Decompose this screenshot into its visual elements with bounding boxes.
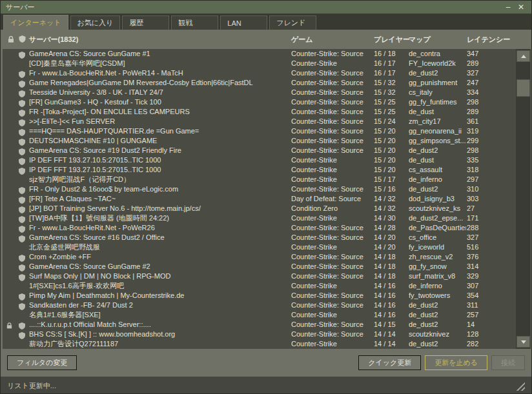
server-row[interactable]: sjz智力网吧混战F（记得开CD） Counter-Strike 15 / 17… — [3, 175, 531, 184]
server-name: 1#[SXE]cs1.6高手服-欢欢网吧 — [29, 281, 290, 291]
server-name: Crom +Zombie +FF — [29, 252, 290, 262]
vac-shield-icon — [19, 136, 28, 146]
server-row[interactable]: FR -[Toka-Project]- ON ENCULE LES CAMPEU… — [3, 107, 531, 117]
server-row[interactable]: [TW]BA中隊【1】號伺服器 (地圖時間 24:22) Counter-Str… — [3, 213, 531, 223]
server-row[interactable]: DEUTSCHMASCHINE #10 | GUNGAME Counter-St… — [3, 136, 531, 146]
server-map: de_dust2 — [409, 68, 466, 78]
column-header-server[interactable]: サーバー(1832) — [29, 35, 78, 44]
server-name: sjz智力网吧混战F（记得开CD） — [29, 175, 290, 184]
vac-shield-icon — [19, 184, 28, 194]
server-players: 14 / 18 — [374, 271, 407, 281]
server-row[interactable]: Fr - www.La-BoucHeRit.Net - PoWeR26 Coun… — [3, 223, 531, 233]
server-game: Counter-Strike — [291, 59, 373, 68]
vac-shield-icon — [19, 223, 28, 233]
server-row[interactable]: Pimp My Aim | Deathmatch | My-Counterstr… — [3, 291, 531, 300]
vac-shield-icon — [19, 155, 28, 165]
server-row[interactable]: GameArena CS: Source GunGame #1 Counter-… — [3, 49, 531, 59]
close-icon[interactable]: ✕ — [516, 3, 526, 12]
server-name: Sandkasten der -FB- 24/7 Dust 2 — [29, 300, 290, 310]
scrollbar-thumb[interactable] — [517, 79, 530, 97]
server-row[interactable]: Fr - www.La-BoucHeRit.Net - PoWeR14 - Ma… — [3, 68, 531, 78]
scrollbar[interactable] — [516, 49, 531, 349]
server-row[interactable]: GameArena CS: Source GunGame #2 Counter-… — [3, 262, 531, 271]
server-list: GameArena CS: Source GunGame #1 Counter-… — [3, 49, 531, 349]
server-row[interactable]: IP DEF FFT 193.27.10.5:27015..TIC 1000 C… — [3, 165, 531, 175]
server-row[interactable]: 1#[SXE]cs1.6高手服-欢欢网吧 Counter-Strike 14 /… — [3, 281, 531, 291]
column-header-players[interactable]: プレイヤー — [374, 35, 410, 44]
server-row[interactable]: 北京金盛世网吧野战服 Counter-Strike 14 / 20 fy_ice… — [3, 242, 531, 252]
server-map: gg_punishment — [409, 78, 466, 88]
server-map: gg_simpsons_st... — [409, 136, 466, 146]
server-row[interactable]: FR - Only Dust2 & 16ooo$ by team-eLogic.… — [3, 184, 531, 194]
server-row[interactable]: GameArena CS: Source #16 Dust2 / Office … — [3, 233, 531, 242]
server-latency: 27 — [467, 204, 503, 213]
server-row[interactable]: ....::K.u.r.u.p.t Official Match Server:… — [3, 320, 531, 330]
server-row[interactable]: Surf Maps Only | DM | NO Block | RPG-MOD… — [3, 271, 531, 281]
vac-shield-icon — [19, 97, 28, 107]
change-filters-button[interactable]: フィルタの変更 — [7, 355, 77, 370]
server-players: 14 / 16 — [374, 300, 407, 310]
server-game: Counter-Strike: Source — [291, 117, 373, 126]
vac-shield-icon — [19, 233, 28, 242]
server-latency: 334 — [467, 88, 503, 97]
server-players: 14 / 20 — [374, 233, 407, 242]
server-latency: 303 — [467, 194, 503, 204]
column-header-row: サーバー(1832) ゲーム プレイヤー マップ レイテンシー — [1, 30, 531, 49]
vac-shield-icon — [19, 107, 28, 117]
server-map: de_PasDeQuartier — [409, 223, 466, 233]
server-game: Counter-Strike: Source — [291, 126, 373, 136]
server-latency: 361 — [467, 117, 503, 126]
minimize-icon[interactable]: – — [503, 3, 513, 12]
column-header-game[interactable]: ゲーム — [291, 35, 313, 44]
server-map: de_dust — [409, 107, 466, 117]
server-row[interactable]: [FR] Tete A Claques ~TAC~ Day of Defeat:… — [3, 194, 531, 204]
lock-column-icon[interactable] — [7, 35, 15, 44]
tab-lan[interactable]: LAN — [220, 15, 267, 30]
server-row[interactable]: [JP] BOT Training Server No.6 - http://t… — [3, 204, 531, 213]
lock-icon — [6, 320, 16, 330]
server-players: 15 / 20 — [374, 165, 407, 175]
window-title: サーバー — [6, 3, 35, 12]
server-row[interactable]: [CD]秦皇岛嘉年华网吧[CSDM] Counter-Strike 16 / 1… — [3, 59, 531, 68]
server-row[interactable]: Game Renegades|GunGame DM Reversed-Cosby… — [3, 78, 531, 88]
shield-column-icon[interactable] — [19, 35, 26, 44]
vac-shield-icon — [19, 320, 28, 330]
server-name: Surf Maps Only | DM | NO Block | RPG-MOD — [29, 271, 290, 281]
resize-grip-icon[interactable] — [515, 380, 525, 391]
column-header-map[interactable]: マップ — [409, 35, 431, 44]
server-name: FR - Only Dust2 & 16ooo$ by team-eLogic.… — [29, 184, 290, 194]
tab-friends[interactable]: フレンド — [269, 15, 316, 30]
scroll-up-button[interactable] — [517, 50, 530, 62]
server-game: Counter-Strike: Source — [291, 291, 373, 300]
server-row[interactable]: BHS CS:S [ Sk.[K] ] :: www.boomheadshot.… — [3, 330, 531, 339]
server-row[interactable]: Crom +Zombie +FF Counter-Strike: Source … — [3, 252, 531, 262]
server-map: gg_fy_snow — [409, 262, 466, 271]
tab-history[interactable]: 履歴 — [122, 15, 169, 30]
column-header-latency[interactable]: レイテンシー — [467, 35, 510, 44]
tab-favorites[interactable]: お気に入り — [70, 15, 121, 30]
server-players: 15 / 32 — [374, 88, 407, 97]
server-row[interactable]: 薪动力广告设计Q272111187 Counter-Strike 14 / 14… — [3, 339, 531, 349]
server-row[interactable]: Teesside University - 3/8 - UK - ITALY 2… — [3, 88, 531, 97]
server-map: fy_twotowers — [409, 291, 466, 300]
server-latency: 329 — [467, 271, 503, 281]
tab-internet[interactable]: インターネット — [3, 15, 68, 30]
server-players: 16 / 17 — [374, 59, 407, 68]
server-row[interactable]: Sandkasten der -FB- 24/7 Dust 2 Counter-… — [3, 300, 531, 310]
scroll-down-button[interactable] — [517, 336, 530, 348]
vac-shield-icon — [19, 330, 28, 339]
server-row[interactable]: IP DEF FFT 193.27.10.5:27015..TIC 1000 C… — [3, 155, 531, 165]
server-latency: 314 — [467, 262, 503, 271]
server-row[interactable]: GameArena CS: Source #19 Dust2 Friendly … — [3, 146, 531, 155]
vac-shield-icon — [19, 68, 28, 78]
stop-refresh-button[interactable]: 更新を止める — [425, 355, 487, 370]
server-row[interactable]: ===HQ=== DAS-HAUPTQUARTIER.de =Gun Game=… — [3, 126, 531, 136]
server-row[interactable]: [FR] GunGame3 - HQ - Kestouf - Tick 100 … — [3, 97, 531, 107]
quick-refresh-button[interactable]: クイック更新 — [358, 355, 421, 370]
server-game: Counter-Strike: Source — [291, 330, 373, 339]
server-row[interactable]: 名典1#1.6服务器[SXE] Counter-Strike 14 / 16 d… — [3, 310, 531, 320]
connect-button: 接続 — [491, 355, 525, 370]
server-row[interactable]: >>[-EliTe-]<< Fun SERVER Counter-Strike:… — [3, 117, 531, 126]
server-players: 16 / 17 — [374, 68, 407, 78]
tab-spectate[interactable]: 観戦 — [171, 15, 218, 30]
